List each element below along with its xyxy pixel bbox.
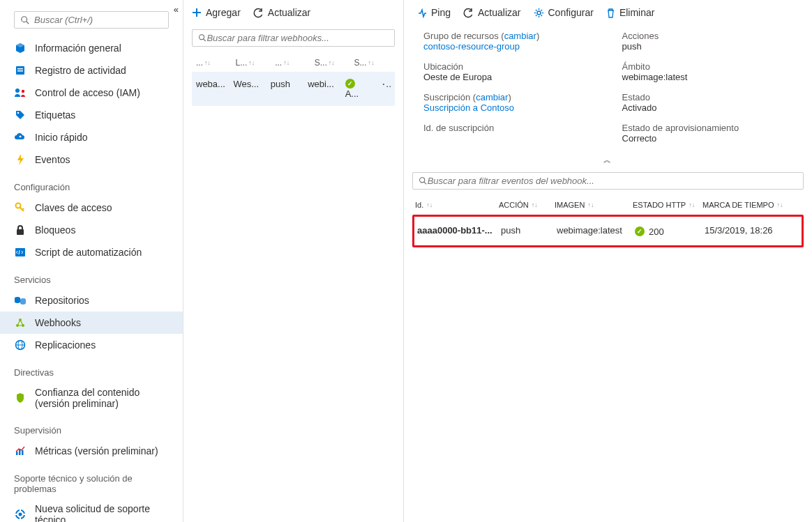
col-header[interactable]: S...↑↓ bbox=[352, 58, 392, 68]
nav-automation-script[interactable]: Script de automatización bbox=[0, 241, 183, 263]
prop-value-provisioning: Correcto bbox=[622, 133, 793, 144]
nav-label: Bloqueos bbox=[35, 224, 75, 236]
configure-button[interactable]: Configurar bbox=[534, 7, 594, 18]
nav-label: Replicaciones bbox=[35, 339, 96, 351]
cell-name: weba... bbox=[195, 79, 232, 99]
svg-rect-3 bbox=[17, 68, 23, 70]
col-header-id[interactable]: Id.↑↓ bbox=[415, 201, 499, 209]
col-header-action[interactable]: ACCIÓN↑↓ bbox=[499, 201, 555, 209]
bolt-icon bbox=[14, 153, 27, 166]
event-row[interactable]: aaaa0000-bb11-... push webimage:latest ✓… bbox=[414, 217, 802, 245]
gear-icon bbox=[534, 8, 544, 18]
sidebar-search[interactable] bbox=[14, 11, 169, 29]
events-filter-input[interactable] bbox=[428, 176, 797, 186]
shield-icon bbox=[14, 392, 27, 404]
prop-label-subscription: Suscripción (cambiar) bbox=[423, 92, 594, 102]
sub-link[interactable]: Suscripción a Contoso bbox=[423, 102, 594, 113]
nav-label: Inicio rápido bbox=[35, 132, 88, 143]
prop-value-state: Activado bbox=[622, 102, 793, 113]
nav-label: Métricas (versión preliminar) bbox=[35, 445, 158, 456]
nav-label: Eventos bbox=[35, 154, 70, 165]
prop-value-location: Oeste de Europa bbox=[423, 72, 594, 82]
nav-metrics[interactable]: Métricas (versión preliminar) bbox=[0, 440, 183, 462]
nav-locks[interactable]: Bloqueos bbox=[0, 219, 183, 241]
webhooks-list-panel: Agregar Actualizar ...↑↓ L...↑↓ ...↑↓ S.… bbox=[183, 0, 404, 522]
cell-timestamp: 15/3/2019, 18:26 bbox=[705, 225, 799, 237]
svg-point-23 bbox=[19, 513, 22, 516]
svg-rect-21 bbox=[22, 450, 24, 455]
nav-access-keys[interactable]: Claves de acceso bbox=[0, 197, 183, 219]
collapse-sidebar-button[interactable]: « bbox=[174, 4, 179, 15]
change-sub-link[interactable]: cambiar bbox=[476, 92, 508, 102]
search-icon bbox=[198, 33, 206, 43]
sidebar-search-input[interactable] bbox=[34, 15, 163, 25]
prop-label-subid: Id. de suscripción bbox=[423, 123, 594, 133]
nav-label: Control de acceso (IAM) bbox=[35, 87, 140, 98]
col-header-status[interactable]: ESTADO HTTP↑↓ bbox=[633, 201, 702, 209]
webhook-row[interactable]: weba... Wes... push webi... ✓ A... ··· bbox=[192, 72, 395, 106]
nav-content-trust[interactable]: Confianza del contenido (versión prelimi… bbox=[0, 382, 183, 414]
webhooks-filter-input[interactable] bbox=[206, 33, 389, 43]
delete-button[interactable]: Eliminar bbox=[606, 7, 655, 18]
section-heading-support: Soporte técnico y solución de problemas bbox=[0, 469, 183, 498]
refresh-icon bbox=[463, 8, 474, 18]
svg-rect-26 bbox=[15, 514, 17, 515]
nav-label: Repositorios bbox=[35, 295, 89, 306]
nav-label: Información general bbox=[35, 43, 121, 54]
cell-location: Wes... bbox=[232, 79, 269, 99]
highlight-annotation: aaaa0000-bb11-... push webimage:latest ✓… bbox=[412, 215, 804, 247]
row-more-button[interactable]: ··· bbox=[381, 79, 392, 99]
svg-point-30 bbox=[537, 11, 541, 15]
nav-activity-log[interactable]: Registro de actividad bbox=[0, 59, 183, 82]
events-filter[interactable] bbox=[412, 172, 804, 190]
section-heading-policies: Directivas bbox=[0, 363, 183, 382]
svg-line-32 bbox=[424, 182, 426, 184]
nav-quickstart[interactable]: Inicio rápido bbox=[0, 126, 183, 148]
nav-access-control[interactable]: Control de acceso (IAM) bbox=[0, 82, 183, 104]
nav-label: Webhooks bbox=[35, 317, 81, 328]
col-header[interactable]: S...↑↓ bbox=[313, 58, 353, 68]
nav-label: Script de automatización bbox=[35, 247, 142, 258]
prop-label-actions: Acciones bbox=[622, 31, 793, 41]
events-table-header: Id.↑↓ ACCIÓN↑↓ IMAGEN↑↓ ESTADO HTTP↑↓ MA… bbox=[412, 195, 804, 215]
add-button[interactable]: Agregar bbox=[192, 7, 241, 18]
ping-button[interactable]: Ping bbox=[416, 7, 451, 18]
nav-events[interactable]: Eventos bbox=[0, 148, 183, 171]
col-header[interactable]: ...↑↓ bbox=[195, 58, 234, 68]
svg-rect-19 bbox=[16, 452, 18, 455]
col-header[interactable]: L...↑↓ bbox=[234, 58, 274, 68]
tag-icon bbox=[14, 109, 27, 121]
svg-point-6 bbox=[22, 90, 24, 93]
cube-icon bbox=[14, 42, 27, 54]
prop-value-scope: webimage:latest bbox=[622, 72, 793, 82]
col-header[interactable]: ...↑↓ bbox=[273, 58, 313, 68]
webhooks-table-header: ...↑↓ L...↑↓ ...↑↓ S...↑↓ S...↑↓ bbox=[192, 54, 395, 72]
svg-rect-24 bbox=[20, 509, 21, 512]
nav-tags[interactable]: Etiquetas bbox=[0, 104, 183, 126]
events-area: Id.↑↓ ACCIÓN↑↓ IMAGEN↑↓ ESTADO HTTP↑↓ MA… bbox=[404, 172, 812, 247]
webhook-details-panel: Ping Actualizar Configurar Eliminar Grup… bbox=[404, 0, 812, 522]
refresh-button[interactable]: Actualizar bbox=[463, 7, 520, 18]
refresh-icon bbox=[253, 8, 264, 18]
section-heading-services: Servicios bbox=[0, 270, 183, 289]
col-header-image[interactable]: IMAGEN↑↓ bbox=[555, 201, 633, 209]
nav-repositories[interactable]: Repositorios bbox=[0, 289, 183, 312]
rg-link[interactable]: contoso-resource-group bbox=[423, 41, 594, 52]
cell-actions: push bbox=[269, 79, 306, 99]
change-rg-link[interactable]: cambiar bbox=[504, 31, 536, 41]
refresh-button[interactable]: Actualizar bbox=[253, 7, 310, 18]
collapse-props-button[interactable]: ︽ bbox=[404, 152, 812, 172]
col-header-timestamp[interactable]: MARCA DE TIEMPO↑↓ bbox=[702, 201, 801, 209]
toolbar-label: Agregar bbox=[206, 7, 241, 18]
nav-overview[interactable]: Información general bbox=[0, 37, 183, 59]
nav-new-support-request[interactable]: Nueva solicitud de soporte técnico bbox=[0, 498, 183, 522]
webhooks-filter[interactable] bbox=[192, 29, 395, 47]
details-toolbar: Ping Actualizar Configurar Eliminar bbox=[404, 0, 812, 25]
repo-icon bbox=[14, 294, 27, 307]
nav-webhooks[interactable]: Webhooks bbox=[0, 312, 183, 334]
cell-status: ✓200 bbox=[635, 225, 705, 237]
support-icon bbox=[14, 508, 27, 521]
prop-label-provisioning: Estado de aprovisionamiento bbox=[622, 123, 793, 133]
toolbar-label: Actualizar bbox=[268, 7, 310, 18]
nav-replications[interactable]: Replicaciones bbox=[0, 334, 183, 356]
